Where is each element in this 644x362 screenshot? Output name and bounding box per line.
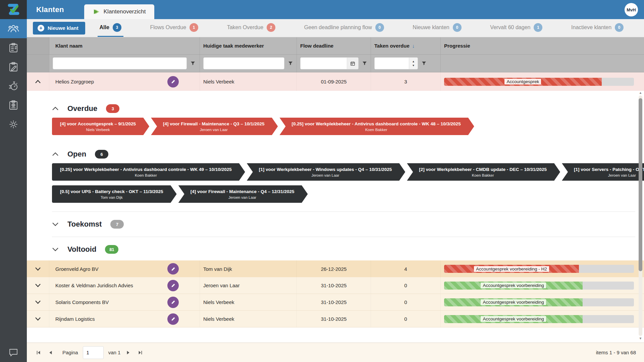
cell-klant-naam: Rijndam Logistics: [49, 311, 200, 327]
scroll-up-icon[interactable]: ▲: [639, 91, 642, 95]
first-page-button[interactable]: [35, 349, 42, 356]
task-assignee: Jeroen van Laar: [191, 195, 294, 199]
sidebar-item-klanten[interactable]: [0, 19, 27, 38]
task-chevron[interactable]: [0.25] voor Werkplekbeheer - Antivirus d…: [279, 118, 474, 135]
section-title: Voltooid: [67, 245, 96, 254]
scroll-down-icon[interactable]: ▼: [639, 337, 642, 341]
cell-progressie: Accountgesprek voorbereiding: [441, 277, 644, 294]
document-tab[interactable]: Klantenoverzicht: [84, 4, 155, 19]
scrollbar-thumb[interactable]: [639, 98, 642, 271]
edit-klant-button[interactable]: [167, 313, 179, 325]
worker-filter-input[interactable]: [203, 57, 284, 69]
filter-funnel-icon[interactable]: [190, 61, 196, 66]
tab-taken-overdue[interactable]: Taken Overdue 2: [225, 19, 278, 37]
next-page-button[interactable]: [125, 349, 132, 356]
column-header-medewerker[interactable]: Huidige taak medewerker: [200, 37, 297, 54]
sidebar-item-reports[interactable]: [0, 96, 27, 115]
deadline-value: 31-10-2025: [321, 299, 347, 305]
overdue-value: 4: [404, 266, 407, 272]
spinner-down-icon[interactable]: ▼: [412, 64, 415, 67]
column-header-flow-deadline[interactable]: Flow deadline: [297, 37, 371, 54]
tab-geen-deadline[interactable]: Geen deadline planning flow 0: [302, 19, 386, 37]
section-header-voltooid[interactable]: Voltooid 81: [52, 245, 635, 254]
app-logo[interactable]: [0, 0, 27, 19]
chevron-up-icon[interactable]: [52, 107, 59, 111]
calendar-icon[interactable]: [347, 58, 358, 69]
chevron-down-icon: [35, 284, 41, 287]
overdue-filter-input[interactable]: [375, 58, 409, 69]
tab-nieuwe-klanten[interactable]: Nieuwe klanten 0: [411, 19, 463, 37]
name-filter-input[interactable]: [53, 57, 187, 69]
cell-taken-overdue: 0: [371, 294, 441, 310]
count-badge: 0: [375, 23, 384, 32]
sidebar-item-settings[interactable]: [0, 115, 27, 134]
edit-klant-button[interactable]: [167, 263, 179, 275]
section-header-open[interactable]: Open 6: [52, 150, 635, 159]
cell-progressie: Accountgesprek voorbereiding: [441, 294, 644, 310]
expand-row-button[interactable]: [27, 277, 49, 294]
sidebar-item-feedback[interactable]: [0, 343, 27, 362]
filter-funnel-icon[interactable]: [362, 61, 367, 66]
pencil-icon: [171, 316, 176, 321]
section-header-overdue[interactable]: Overdue 3: [52, 104, 635, 113]
task-chevron[interactable]: [2] voor Werkplekbeheer - CMDB update - …: [407, 163, 560, 181]
task-chevron[interactable]: [1] voor Servers - Patching - OKT – 11/3…: [562, 163, 644, 181]
deadline-filter-input[interactable]: [301, 58, 347, 69]
table-row-rijndam[interactable]: Rijndam Logistics Niels Verbeek 31-10-20…: [27, 311, 644, 327]
task-chevron[interactable]: [4] voor Firewall - Maintenance - Q3 – 1…: [151, 118, 278, 135]
table-row-solaris[interactable]: Solaris Components BV Niels Verbeek 31-1…: [27, 294, 644, 311]
task-chevron[interactable]: [0.5] voor UPS - Battery check - OKT – 1…: [52, 185, 177, 203]
vertical-scrollbar[interactable]: ▲ ▼: [638, 91, 643, 341]
collapse-row-button[interactable]: [27, 72, 49, 91]
last-page-button[interactable]: [137, 349, 144, 356]
column-header-progressie[interactable]: Progressie: [441, 37, 644, 54]
expand-row-button[interactable]: [27, 294, 49, 310]
tab-inactieve-klanten[interactable]: Inactieve klanten 0: [569, 19, 626, 37]
expand-row-button[interactable]: [27, 260, 49, 277]
filter-funnel-icon[interactable]: [288, 61, 293, 66]
tab-label: Vervalt 60 dagen: [490, 24, 530, 31]
gear-icon: [8, 119, 18, 129]
sort-desc-icon[interactable]: ↓: [412, 43, 415, 49]
tab-alle[interactable]: Alle 3: [98, 19, 123, 37]
deadline-value: 26-12-2025: [321, 266, 347, 272]
table-row-groenveld[interactable]: Groenveld Agro BV Tom van Dijk 26-12-202…: [27, 260, 644, 277]
sidebar-item-edit-forms[interactable]: [0, 57, 27, 76]
chevron-down-icon[interactable]: [52, 222, 59, 226]
column-label: Taken overdue: [374, 43, 410, 49]
people-group-icon: [8, 24, 19, 34]
scrollbar-track[interactable]: [639, 96, 642, 336]
edit-klant-button[interactable]: [167, 280, 179, 291]
planning-detail-panel: Overdue 3 [4] voor Accountgesprek – 9/1/…: [27, 91, 644, 260]
expand-row-button[interactable]: [27, 311, 49, 327]
chevron-down-icon[interactable]: [52, 247, 59, 251]
page-number-input[interactable]: [83, 346, 104, 359]
overdue-value: 0: [404, 283, 407, 288]
spinner-up-icon[interactable]: ▲: [412, 60, 415, 63]
column-header-klant-naam[interactable]: Klant naam: [49, 37, 200, 54]
deadline-value: 31-10-2025: [321, 283, 347, 288]
section-header-toekomst[interactable]: Toekomst 7: [52, 220, 635, 229]
table-row-helios[interactable]: Helios Zorggroep Niels Verbeek 01-09-202…: [27, 72, 644, 91]
sidebar-item-timers[interactable]: [0, 76, 27, 96]
column-header-taken-overdue[interactable]: Taken overdue↓: [371, 37, 441, 54]
number-spinner[interactable]: ▲▼: [409, 58, 418, 69]
task-chevron[interactable]: [4] voor Firewall - Maintenance - Q4 – 1…: [178, 185, 308, 203]
edit-klant-button[interactable]: [167, 297, 179, 308]
chat-bubble-icon: [8, 348, 18, 357]
task-chevron[interactable]: [1] voor Werkplekbeheer - Windows update…: [247, 163, 406, 181]
tab-vervalt-60-dagen[interactable]: Vervalt 60 dagen 1: [488, 19, 544, 37]
filter-funnel-icon[interactable]: [421, 61, 427, 66]
previous-page-button[interactable]: [47, 349, 54, 356]
edit-klant-button[interactable]: [167, 76, 179, 87]
task-title: [0.25] voor Werkplekbeheer - Antivirus d…: [60, 167, 232, 172]
new-klant-button[interactable]: + Nieuwe klant: [33, 22, 85, 35]
tab-flows-overdue[interactable]: Flows Overdue 1: [148, 19, 200, 37]
task-chevron[interactable]: [4] voor Accountgesprek – 9/1/2025 Niels…: [52, 118, 149, 135]
table-row-koster[interactable]: Koster & Veldman Juridisch Advies Jeroen…: [27, 277, 644, 294]
grid-header-row: Klant naam Huidige taak medewerker Flow …: [27, 37, 644, 55]
task-chevron[interactable]: [0.25] voor Werkplekbeheer - Antivirus d…: [52, 163, 245, 181]
chevron-up-icon[interactable]: [52, 152, 59, 156]
sidebar-item-checklist[interactable]: [0, 38, 27, 57]
user-avatar[interactable]: MvH: [625, 3, 638, 16]
